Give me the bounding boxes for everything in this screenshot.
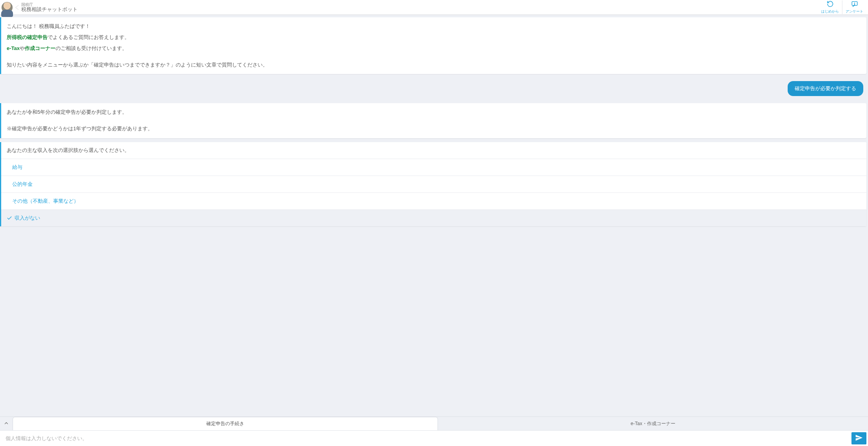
tab-etax[interactable]: e-Tax・作成コーナー (440, 417, 866, 430)
bot-message-followup: あなたが令和5年分の確定申告が必要か判定します。 ※確定申告が必要かどうかは1年… (0, 103, 866, 138)
option-item[interactable]: 公的年金 (1, 176, 866, 193)
user-message-row: 確定申告が必要か判定する (0, 78, 868, 101)
header-titles: 国税庁 税務相談チャットボット (21, 2, 78, 12)
app-header: 国税庁 税務相談チャットボット はじめから アンケート (0, 0, 868, 15)
welcome-line-2-rest: でよくあるご質問にお答えします。 (48, 34, 130, 40)
header-actions: はじめから アンケート (818, 0, 866, 14)
bot-message-welcome: こんにちは！ 税務職員ふたばです！ 所得税の確定申告でよくあるご質問にお答えしま… (0, 17, 866, 74)
option-label: 給与 (12, 164, 22, 171)
welcome-line-3: e-Taxや作成コーナーのご相談も受け付けています。 (7, 44, 861, 53)
welcome-line-3-mid: や (20, 45, 25, 51)
refresh-icon (827, 0, 834, 9)
chevron-up-icon (4, 420, 9, 427)
followup-line-2: ※確定申告が必要かどうかは1年ずつ判定する必要があります。 (7, 124, 861, 133)
feedback-icon (851, 0, 858, 9)
tab-row: 確定申告の手続き e-Tax・作成コーナー (0, 417, 868, 430)
header-left: 国税庁 税務相談チャットボット (0, 2, 78, 13)
option-item[interactable]: その他（不動産、事業など） (1, 193, 866, 210)
paper-plane-icon (855, 434, 863, 443)
option-label: 公的年金 (12, 181, 33, 188)
welcome-line-4: 知りたい内容をメニューから選ぶか「確定申告はいつまでできますか？」のように短い文… (7, 61, 861, 69)
option-list: 給与公的年金その他（不動産、事業など）収入がない (1, 159, 866, 226)
input-row (0, 430, 868, 446)
user-message: 確定申告が必要か判定する (788, 81, 863, 96)
restart-label: はじめから (821, 9, 839, 14)
app-title: 税務相談チャットボット (21, 7, 78, 12)
option-item[interactable]: 給与 (1, 159, 866, 176)
followup-line-1: あなたが令和5年分の確定申告が必要か判定します。 (7, 108, 861, 117)
avatar-pointer-icon (16, 5, 19, 10)
option-group-income: あなたの主な収入を次の選択肢から選んでください。 給与公的年金その他（不動産、事… (0, 142, 866, 226)
restart-button[interactable]: はじめから (818, 0, 842, 14)
tab-collapse-button[interactable] (0, 417, 13, 430)
survey-label: アンケート (846, 9, 863, 14)
message-input[interactable] (0, 431, 851, 446)
welcome-line-3-rest: のご相談も受け付けています。 (56, 45, 127, 51)
option-item[interactable]: 収入がない (1, 210, 866, 226)
welcome-line-3-a: e-Tax (7, 45, 20, 51)
tab-procedure[interactable]: 確定申告の手続き (13, 417, 438, 430)
welcome-line-1: こんにちは！ 税務職員ふたばです！ (7, 22, 861, 31)
option-label: その他（不動産、事業など） (12, 198, 79, 205)
survey-button[interactable]: アンケート (842, 0, 866, 14)
welcome-line-2-strong: 所得税の確定申告 (7, 34, 48, 40)
check-icon (7, 215, 12, 221)
bottom-bar: 確定申告の手続き e-Tax・作成コーナー (0, 416, 868, 446)
option-label: 収入がない (15, 215, 40, 222)
option-header: あなたの主な収入を次の選択肢から選んでください。 (1, 142, 866, 159)
bot-avatar (2, 2, 13, 13)
chat-scroll-area: こんにちは！ 税務職員ふたばです！ 所得税の確定申告でよくあるご質問にお答えしま… (0, 15, 868, 416)
welcome-line-3-b: 作成コーナー (25, 45, 56, 51)
svg-point-2 (854, 4, 855, 5)
welcome-line-2: 所得税の確定申告でよくあるご質問にお答えします。 (7, 33, 861, 42)
send-button[interactable] (851, 432, 866, 444)
